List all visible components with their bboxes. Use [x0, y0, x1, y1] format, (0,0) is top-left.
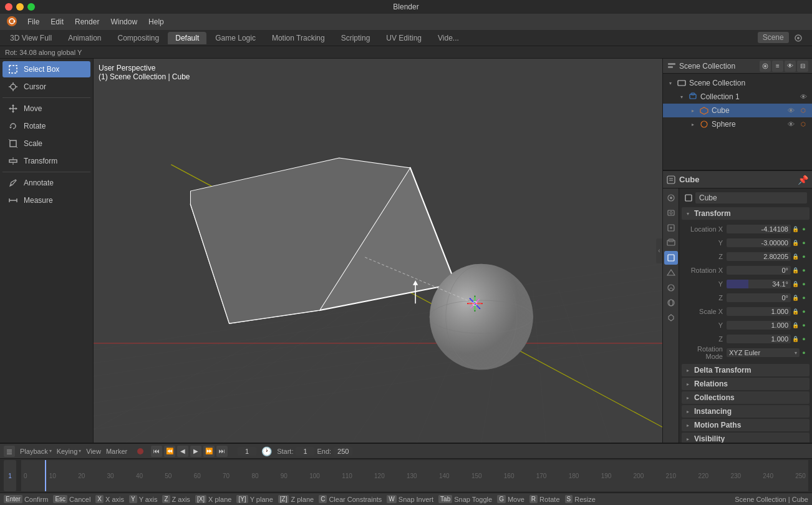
- timeline-ruler[interactable]: 0 10 20 30 40 50 60 70 80 90 100 110 120…: [21, 460, 808, 491]
- scale-y-value[interactable]: 1.000: [727, 321, 791, 330]
- jump-end-btn[interactable]: ⏭: [216, 446, 228, 457]
- props-constraint-btn[interactable]: [664, 311, 678, 325]
- rotation-y-keyframe[interactable]: ●: [800, 280, 808, 288]
- cube-visibility[interactable]: 👁: [786, 105, 796, 115]
- keying-dropdown[interactable]: Keying ▾: [57, 448, 82, 455]
- tab-video[interactable]: Vide...: [430, 32, 466, 44]
- rotation-z-keyframe[interactable]: ●: [800, 293, 808, 302]
- scale-x-keyframe[interactable]: ●: [800, 307, 808, 316]
- rotation-y-lock[interactable]: 🔒: [791, 280, 800, 288]
- tool-measure[interactable]: Measure: [2, 192, 90, 208]
- scale-x-lock[interactable]: 🔒: [791, 307, 800, 316]
- rotation-x-value[interactable]: 0°: [727, 266, 791, 275]
- rotation-x-lock[interactable]: 🔒: [791, 266, 800, 275]
- rotation-z-value[interactable]: 0°: [727, 293, 791, 302]
- scale-z-lock[interactable]: 🔒: [791, 335, 800, 343]
- file-menu[interactable]: File: [22, 16, 44, 27]
- window-menu[interactable]: Window: [105, 16, 142, 27]
- minimize-button[interactable]: [16, 3, 24, 11]
- rotation-x-keyframe[interactable]: ●: [800, 266, 808, 275]
- view-menu[interactable]: View: [86, 448, 101, 455]
- tool-scale[interactable]: Scale: [2, 135, 90, 152]
- tab-compositing[interactable]: Compositing: [110, 32, 167, 44]
- props-scene-btn[interactable]: [664, 191, 678, 205]
- tool-transform[interactable]: Transform: [2, 153, 90, 169]
- tool-annotate[interactable]: Annotate: [2, 175, 90, 191]
- help-menu[interactable]: Help: [143, 16, 169, 27]
- pin-icon[interactable]: 📌: [798, 175, 808, 185]
- outliner-eye-btn[interactable]: 👁: [785, 61, 796, 72]
- expand-sphere[interactable]: ▸: [689, 120, 697, 128]
- props-render-btn[interactable]: [664, 206, 678, 220]
- props-world-btn[interactable]: [664, 296, 678, 310]
- outliner-sort-btn[interactable]: ≡: [772, 61, 783, 72]
- outliner-item-collection1[interactable]: ▾ Collection 1 👁: [663, 90, 812, 104]
- location-y-lock[interactable]: 🔒: [791, 238, 800, 247]
- viewport-3d[interactable]: User Perspective (1) Scene Collection | …: [94, 59, 662, 443]
- rotation-z-lock[interactable]: 🔒: [791, 293, 800, 302]
- expand-collection1[interactable]: ▾: [678, 93, 685, 101]
- tab-motion-tracking[interactable]: Motion Tracking: [264, 32, 332, 44]
- scale-y-keyframe[interactable]: ●: [800, 321, 808, 330]
- outliner-item-scene-collection[interactable]: ▾ Scene Collection: [663, 76, 812, 90]
- timeline-menu-btn[interactable]: [4, 446, 15, 457]
- jump-start-btn[interactable]: ⏮: [151, 446, 162, 457]
- location-x-keyframe[interactable]: ●: [800, 225, 808, 233]
- location-y-value[interactable]: -3.00000: [727, 238, 791, 247]
- obj-data-name[interactable]: Cube: [695, 192, 807, 203]
- marker-menu[interactable]: Marker: [106, 448, 127, 455]
- scale-x-value[interactable]: 1.000: [727, 307, 791, 316]
- props-mesh-btn[interactable]: [664, 266, 678, 280]
- relations-header[interactable]: ▸ Relations: [682, 378, 810, 390]
- props-output-btn[interactable]: [664, 221, 678, 235]
- tab-default[interactable]: Default: [168, 32, 206, 44]
- tool-cursor[interactable]: Cursor: [2, 79, 90, 95]
- tab-animation[interactable]: Animation: [60, 32, 109, 44]
- outliner-item-cube[interactable]: ▸ Cube 👁 ⬡: [663, 104, 812, 117]
- record-btn[interactable]: [137, 448, 143, 454]
- instancing-header[interactable]: ▸ Instancing: [682, 405, 810, 418]
- tab-game-logic[interactable]: Game Logic: [208, 32, 263, 44]
- collections-header[interactable]: ▸ Collections: [682, 391, 810, 404]
- collection1-visibility[interactable]: 👁: [798, 92, 808, 102]
- scale-z-keyframe[interactable]: ●: [800, 335, 808, 343]
- props-view-btn[interactable]: [664, 236, 678, 250]
- window-controls[interactable]: [5, 3, 35, 11]
- location-y-keyframe[interactable]: ●: [800, 238, 808, 247]
- visibility-header[interactable]: ▸ Visibility: [682, 433, 810, 443]
- rotation-y-value[interactable]: 34.1°: [727, 280, 791, 288]
- tool-select-box[interactable]: Select Box: [2, 61, 90, 77]
- tab-scripting[interactable]: Scripting: [334, 32, 378, 44]
- end-frame[interactable]: 250: [334, 447, 352, 456]
- outliner-item-sphere[interactable]: ▸ Sphere 👁 ⬡: [663, 117, 812, 131]
- current-frame[interactable]: 1: [238, 447, 256, 456]
- blender-logo[interactable]: [2, 16, 21, 29]
- render-menu[interactable]: Render: [70, 16, 104, 27]
- scale-z-value[interactable]: 1.000: [727, 335, 791, 343]
- playback-dropdown[interactable]: Playback ▾: [20, 448, 52, 455]
- scale-y-lock[interactable]: 🔒: [791, 321, 800, 330]
- rotation-mode-keyframe[interactable]: ●: [800, 348, 808, 357]
- tool-rotate[interactable]: Rotate: [2, 118, 90, 134]
- outliner-filter2-btn[interactable]: ⊟: [797, 61, 808, 72]
- transform-section-header[interactable]: ▾ Transform: [682, 207, 810, 220]
- motion-paths-header[interactable]: ▸ Motion Paths: [682, 419, 810, 431]
- location-x-value[interactable]: -4.14108: [727, 225, 791, 233]
- edit-menu[interactable]: Edit: [46, 16, 69, 27]
- location-x-lock[interactable]: 🔒: [791, 225, 800, 233]
- delta-transform-header[interactable]: ▸ Delta Transform: [682, 364, 810, 376]
- props-object-btn[interactable]: [664, 251, 678, 265]
- expand-cube[interactable]: ▸: [689, 107, 697, 114]
- viewport-collapse-button[interactable]: ‹: [656, 238, 662, 263]
- play-back-btn[interactable]: ◀: [177, 446, 188, 457]
- close-button[interactable]: [5, 3, 12, 11]
- location-z-value[interactable]: 2.80205: [727, 252, 791, 261]
- location-z-keyframe[interactable]: ●: [800, 252, 808, 261]
- next-keyframe-btn[interactable]: ⏩: [203, 446, 215, 457]
- location-z-lock[interactable]: 🔒: [791, 252, 800, 261]
- prev-keyframe-btn[interactable]: ⏪: [164, 446, 175, 457]
- props-material-btn[interactable]: [664, 281, 678, 295]
- frame-indicator[interactable]: 1: [4, 460, 16, 491]
- play-btn[interactable]: ▶: [190, 446, 201, 457]
- tab-3d-view-full[interactable]: 3D View Full: [2, 32, 59, 44]
